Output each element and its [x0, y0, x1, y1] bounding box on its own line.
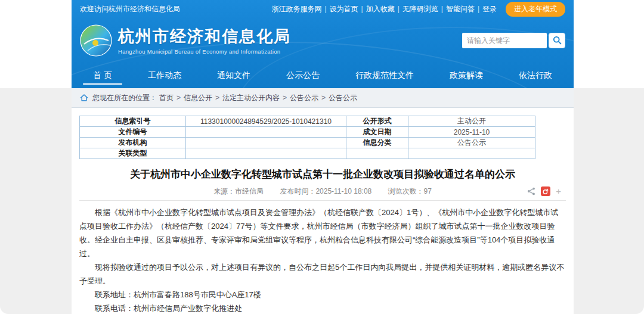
breadcrumb-home[interactable]: 首页 — [159, 93, 174, 103]
meta-label-issuing-agency: 发布机构 — [80, 138, 186, 148]
meta-label-disclosure-form: 公开形式 — [346, 116, 408, 127]
breadcrumb: 您现在所在的位置： 首页 > 信息公开 > 法定主动公开内容 > 公告公示 > … — [72, 88, 574, 108]
weibo-icon[interactable] — [541, 186, 550, 196]
meta-value-info-category: 公告公示 — [408, 138, 535, 148]
breadcrumb-announcements-leaf[interactable]: 公告公示 — [329, 93, 357, 103]
site-column: 欢迎访问杭州市经济和信息化局 浙江政务服务网 | 设为首页 | 加入收藏 | 无… — [72, 0, 574, 314]
breadcrumb-prefix: 您现在所在的位置： — [92, 93, 157, 103]
nav-item-home[interactable]: 首 页 — [87, 63, 118, 88]
document-meta-table: 信息索引号 113301000024894529/2025-1010421310… — [79, 116, 535, 159]
table-row: 文件编号 成文日期 2025-11-10 — [80, 127, 535, 138]
paragraph-contact-address: 联系地址：杭州市富春路188号市民中心A座17楼 — [79, 288, 566, 301]
site-logo[interactable] — [80, 24, 112, 57]
nav-item-regulatory-docs[interactable]: 行政规范性文件 — [349, 63, 420, 88]
empty-cell — [408, 148, 535, 159]
top-links: 浙江政务服务网 | 设为首页 | 加入收藏 | 无障碍浏览 | 智能问答 | 登… — [268, 2, 565, 17]
article-title: 关于杭州市中小企业数字化转型城市试点第十一批企业数改项目拟验收通过名单的公示 — [79, 168, 566, 181]
nav-item-work-news[interactable]: 工作动态 — [142, 63, 187, 88]
meta-value-issuing-agency — [186, 138, 346, 148]
top-link-separator: | — [361, 5, 363, 13]
content-card: 您现在所在的位置： 首页 > 信息公开 > 法定主动公开内容 > 公告公示 > … — [72, 88, 574, 314]
meta-label-date-written: 成文日期 — [346, 127, 408, 138]
site-title: 杭州市经济和信息化局 — [118, 26, 291, 47]
top-link-login[interactable]: 登录 — [479, 4, 500, 14]
empty-cell — [346, 148, 408, 159]
table-row: 信息索引号 113301000024894529/2025-1010421310… — [80, 116, 535, 127]
nav-item-policy-interpretation[interactable]: 政策解读 — [444, 63, 489, 88]
share-tools: + — [527, 186, 561, 196]
meta-label-info-category: 信息分类 — [346, 138, 408, 148]
paragraph-contact-dept: 联系电话：杭州市经信局产业数字化推进处 — [79, 301, 566, 314]
breadcrumb-statutory-content[interactable]: 法定主动公开内容 — [222, 93, 280, 103]
nav-item-announcements[interactable]: 公示公告 — [280, 63, 326, 88]
breadcrumb-separator: > — [215, 94, 219, 102]
search-button[interactable] — [549, 33, 565, 48]
top-link-smart-qa[interactable]: 智能问答 — [443, 4, 478, 14]
top-utility-bar: 欢迎访问杭州市经济和信息化局 浙江政务服务网 | 设为首页 | 加入收藏 | 无… — [72, 0, 574, 18]
breadcrumb-separator: > — [283, 94, 287, 102]
site-banner: 杭州市经济和信息化局 Hangzhou Municipal Bureau of … — [72, 18, 574, 63]
meta-label-related-type: 关联类型 — [80, 148, 186, 159]
top-link-accessibility[interactable]: 无障碍浏览 — [400, 4, 441, 14]
meta-label-doc-no: 文件编号 — [80, 127, 186, 138]
welcome-text: 欢迎访问杭州市经济和信息化局 — [80, 4, 180, 14]
meta-value-disclosure-form: 主动公开 — [408, 116, 535, 127]
site-subtitle: Hangzhou Municipal Bureau of Economy and… — [118, 48, 291, 55]
breadcrumb-info-disclosure[interactable]: 信息公开 — [184, 93, 212, 103]
page: 欢迎访问杭州市经济和信息化局 浙江政务服务网 | 设为首页 | 加入收藏 | 无… — [0, 0, 644, 314]
nav-item-law-admin[interactable]: 依法行政 — [513, 63, 558, 88]
meta-value-related-type — [186, 148, 346, 159]
search-box — [462, 33, 565, 48]
search-icon — [553, 36, 562, 45]
article-views: 浏览次数：97 — [388, 187, 432, 195]
paragraph-objection: 现将拟验收通过的项目予以公示，对上述项目有异议的，自公布之日起5个工作日内向我局… — [79, 260, 566, 288]
top-link-separator: | — [398, 5, 400, 13]
meta-value-date-written: 2025-11-10 — [408, 127, 535, 138]
share-icon[interactable] — [527, 187, 535, 195]
plus-icon[interactable]: + — [556, 187, 561, 195]
search-input[interactable] — [462, 33, 547, 48]
top-link-zhejiang-gov[interactable]: 浙江政务服务网 — [268, 4, 324, 14]
meta-value-doc-no — [186, 127, 346, 138]
home-icon — [80, 94, 88, 102]
top-link-separator: | — [441, 5, 443, 13]
article-body: 根据《杭州市中小企业数字化转型城市试点项目及资金管理办法》（杭经信联产数〔202… — [79, 206, 566, 314]
top-link-separator: | — [324, 5, 326, 13]
article-publish-time: 发布时间：2025-11-10 18:08 — [280, 187, 371, 195]
nav-item-notices[interactable]: 通知文件 — [211, 63, 256, 88]
article-area: 信息索引号 113301000024894529/2025-1010421310… — [72, 116, 574, 314]
blue-header-zone: 欢迎访问杭州市经济和信息化局 浙江政务服务网 | 设为首页 | 加入收藏 | 无… — [72, 0, 574, 88]
top-link-set-homepage[interactable]: 设为首页 — [327, 4, 361, 14]
divider — [79, 200, 566, 201]
top-link-favorite[interactable]: 加入收藏 — [363, 4, 398, 14]
paragraph-basis: 根据《杭州市中小企业数字化转型城市试点项目及资金管理办法》（杭经信联产数〔202… — [79, 206, 566, 260]
meta-label-index-no: 信息索引号 — [80, 116, 186, 127]
elder-mode-button[interactable]: 进入老年模式 — [506, 2, 565, 17]
breadcrumb-announcements[interactable]: 公告公示 — [290, 93, 318, 103]
site-title-group: 杭州市经济和信息化局 Hangzhou Municipal Bureau of … — [118, 26, 291, 55]
top-link-separator: | — [478, 5, 479, 13]
main-nav: 首 页 工作动态 通知文件 公示公告 行政规范性文件 政策解读 依法行政 — [72, 63, 574, 88]
breadcrumb-separator: > — [177, 94, 181, 102]
article-meta-row: 来源：市经信局 发布时间：2025-11-10 18:08 浏览次数：97 — [79, 186, 566, 197]
breadcrumb-separator: > — [321, 94, 326, 102]
table-row: 关联类型 — [80, 148, 535, 159]
article-source: 来源：市经信局 — [213, 187, 264, 195]
table-row: 发布机构 信息分类 公告公示 — [80, 138, 535, 148]
meta-value-index-no: 113301000024894529/2025-1010421310 — [186, 116, 346, 127]
